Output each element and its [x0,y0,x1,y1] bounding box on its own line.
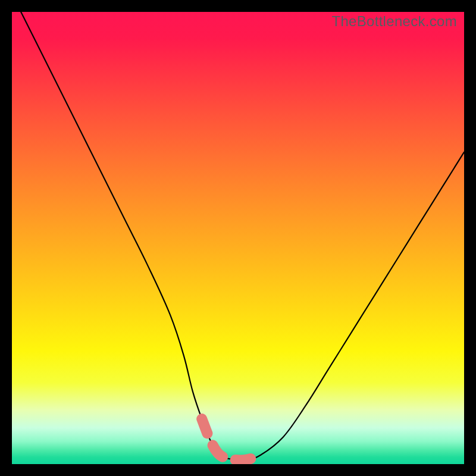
chart-frame: TheBottleneck.com [0,0,476,476]
watermark-text: TheBottleneck.com [331,13,457,30]
bottleneck-curve-line [21,12,464,460]
chart-svg [12,12,464,464]
plot-area: TheBottleneck.com [12,12,464,464]
